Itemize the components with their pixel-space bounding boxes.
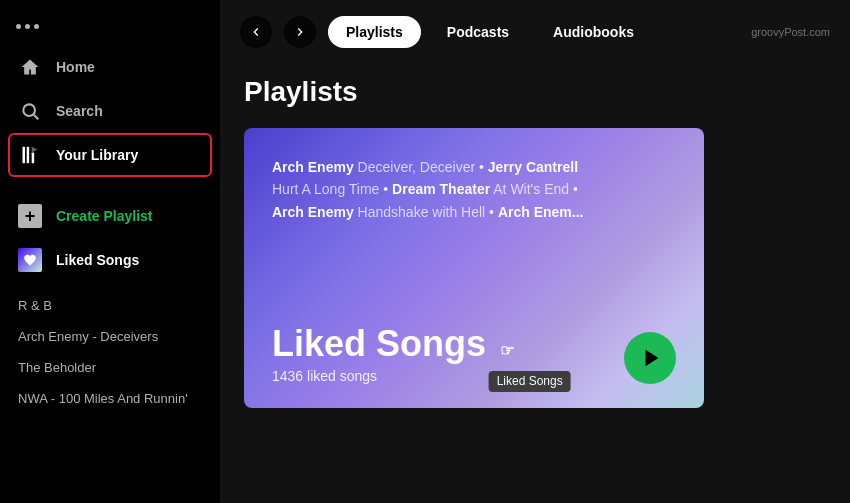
playlist-item-rnb[interactable]: R & B [8,290,212,321]
track-song-4: Handshake with Hell [358,204,486,220]
tooltip-wrapper: ☞ Liked Songs [496,324,514,364]
your-library-label: Your Library [56,147,138,163]
track-sep-3: • [573,181,578,197]
sidebar-dots-menu[interactable] [8,16,212,45]
svg-rect-3 [27,147,30,164]
dot-1 [16,24,21,29]
liked-songs-nav[interactable]: Liked Songs [8,238,212,282]
track-artist-4: Arch Enemy [272,204,354,220]
track-sep-4: • [489,204,498,220]
content-area: Playlists Arch Enemy Deceiver, Deceiver … [220,56,850,503]
top-bar: Playlists Podcasts Audiobooks groovyPost… [220,0,850,56]
main-content: Playlists Podcasts Audiobooks groovyPost… [220,0,850,503]
dot-2 [25,24,30,29]
play-button[interactable] [624,332,676,384]
track-sep-2: • [383,181,392,197]
tab-podcasts[interactable]: Podcasts [429,16,527,48]
search-icon [18,99,42,123]
liked-songs-card[interactable]: Arch Enemy Deceiver, Deceiver • Jerry Ca… [244,128,704,408]
track-song-1: Deceiver, Deceiver [358,159,476,175]
playlist-list: R & B Arch Enemy - Deceivers The Beholde… [8,290,212,414]
tab-playlists[interactable]: Playlists [328,16,421,48]
track-song-3: At Wit's End [493,181,569,197]
forward-button[interactable] [284,16,316,48]
track-song-2: Hurt A Long Time [272,181,379,197]
card-subtitle: 1436 liked songs [272,368,514,384]
playlist-item-beholder[interactable]: The Beholder [8,352,212,383]
tab-container: Playlists Podcasts Audiobooks [328,16,652,48]
nav-home[interactable]: Home [8,45,212,89]
home-icon [18,55,42,79]
home-label: Home [56,59,95,75]
dot-3 [34,24,39,29]
svg-point-0 [23,104,35,116]
sidebar-divider-1 [8,185,212,186]
playlist-item-nwa[interactable]: NWA - 100 Miles And Runnin' [8,383,212,414]
section-title: Playlists [244,76,826,108]
track-artist-5: Arch Enem... [498,204,584,220]
nav-your-library[interactable]: Your Library [8,133,212,177]
cursor-hand-icon: ☞ [500,342,514,360]
library-icon [18,143,42,167]
tab-audiobooks[interactable]: Audiobooks [535,16,652,48]
svg-rect-2 [23,147,26,164]
track-sep-1: • [479,159,488,175]
watermark: groovyPost.com [751,26,830,38]
back-button[interactable] [240,16,272,48]
track-artist-2: Jerry Cantrell [488,159,578,175]
card-bottom: Liked Songs ☞ Liked Songs 1436 liked son… [272,324,676,384]
create-playlist-label: Create Playlist [56,208,153,224]
card-title: Liked Songs ☞ Liked Songs [272,324,514,364]
track-artist-3: Dream Theater [392,181,490,197]
card-title-area: Liked Songs ☞ Liked Songs 1436 liked son… [272,324,514,384]
card-tracks-text: Arch Enemy Deceiver, Deceiver • Jerry Ca… [272,156,676,223]
search-label: Search [56,103,103,119]
track-artist-1: Arch Enemy [272,159,354,175]
svg-rect-4 [32,153,35,164]
create-playlist-icon: + [18,204,42,228]
sidebar: Home Search Your Library + Create Playli… [0,0,220,503]
liked-songs-label: Liked Songs [56,252,139,268]
liked-songs-icon [18,248,42,272]
nav-search[interactable]: Search [8,89,212,133]
create-playlist-button[interactable]: + Create Playlist [8,194,212,238]
playlist-item-arch-enemy[interactable]: Arch Enemy - Deceivers [8,321,212,352]
svg-line-1 [34,115,39,120]
svg-marker-5 [645,350,658,367]
